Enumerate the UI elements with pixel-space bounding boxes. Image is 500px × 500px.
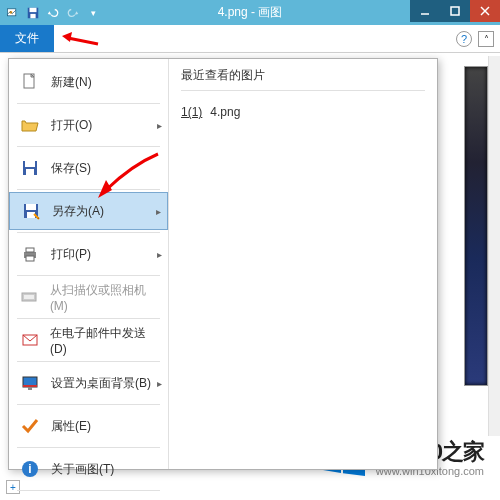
separator	[17, 447, 160, 448]
menu-new[interactable]: 新建(N)	[9, 63, 168, 101]
menu-exit[interactable]: 退出(X)	[9, 493, 168, 500]
maximize-button[interactable]	[440, 0, 470, 22]
svg-rect-12	[26, 169, 34, 175]
menu-label: 保存(S)	[51, 160, 91, 177]
svg-rect-18	[26, 256, 34, 261]
chevron-right-icon: ▸	[157, 249, 162, 260]
undo-icon[interactable]	[46, 6, 60, 20]
svg-rect-14	[26, 204, 36, 210]
chevron-right-icon: ▸	[156, 206, 161, 217]
recent-header: 最近查看的图片	[181, 67, 425, 91]
help-button[interactable]: ?	[456, 31, 472, 47]
menu-about[interactable]: i 关于画图(T)	[9, 450, 168, 488]
save-icon[interactable]	[26, 6, 40, 20]
menu-print[interactable]: 打印(P) ▸	[9, 235, 168, 273]
folder-open-icon	[19, 114, 41, 136]
chevron-right-icon: ▸	[157, 378, 162, 389]
separator	[17, 275, 160, 276]
chevron-right-icon: ▸	[157, 120, 162, 131]
file-tab[interactable]: 文件	[0, 25, 54, 52]
menu-label: 打开(O)	[51, 117, 92, 134]
menu-send-email[interactable]: 在电子邮件中发送(D)	[9, 321, 168, 359]
svg-rect-11	[25, 161, 35, 167]
separator	[17, 404, 160, 405]
recent-files-pane: 最近查看的图片 1(1) 4.png	[169, 59, 437, 469]
separator	[17, 146, 160, 147]
app-icon[interactable]	[6, 6, 20, 20]
recent-filename: 4.png	[210, 105, 240, 119]
menu-label: 新建(N)	[51, 74, 92, 91]
canvas-preview	[464, 66, 488, 386]
window-controls	[410, 0, 500, 22]
separator	[17, 361, 160, 362]
window-title: 4.png - 画图	[218, 4, 283, 21]
file-menu-list: 新建(N) 打开(O) ▸ 保存(S) 另存为(A) ▸ 打印(P) ▸ 从扫描…	[9, 59, 169, 469]
desktop-icon	[19, 372, 41, 394]
close-button[interactable]	[470, 0, 500, 22]
svg-rect-20	[24, 295, 34, 299]
svg-text:i: i	[28, 462, 31, 476]
annotation-arrow-icon	[92, 150, 162, 204]
menu-label: 另存为(A)	[52, 203, 104, 220]
collapse-ribbon-button[interactable]: ˄	[478, 31, 494, 47]
info-icon: i	[19, 458, 41, 480]
menu-label: 属性(E)	[51, 418, 91, 435]
minimize-button[interactable]	[410, 0, 440, 22]
svg-rect-6	[451, 7, 459, 15]
menu-label: 从扫描仪或照相机(M)	[50, 282, 158, 313]
svg-rect-3	[30, 7, 37, 11]
separator	[17, 232, 160, 233]
menu-label: 打印(P)	[51, 246, 91, 263]
menu-open[interactable]: 打开(O) ▸	[9, 106, 168, 144]
qat-dropdown-icon[interactable]: ▾	[86, 6, 100, 20]
svg-rect-24	[28, 387, 32, 390]
svg-rect-17	[26, 248, 34, 252]
vertical-scrollbar[interactable]	[488, 56, 500, 436]
save-as-icon	[20, 200, 42, 222]
separator	[17, 103, 160, 104]
file-menu-panel: 新建(N) 打开(O) ▸ 保存(S) 另存为(A) ▸ 打印(P) ▸ 从扫描…	[8, 58, 438, 470]
menu-label: 关于画图(T)	[51, 461, 114, 478]
new-file-icon	[19, 71, 41, 93]
recent-file-item[interactable]: 1(1) 4.png	[181, 101, 425, 123]
recent-index: 1(1)	[181, 105, 202, 119]
quick-access-toolbar: ▾	[0, 6, 100, 20]
title-bar: ▾ 4.png - 画图	[0, 0, 500, 25]
save-icon	[19, 157, 41, 179]
redo-icon[interactable]	[66, 6, 80, 20]
svg-rect-23	[23, 385, 37, 387]
menu-label: 设置为桌面背景(B)	[51, 375, 151, 392]
menu-from-scanner[interactable]: 从扫描仪或照相机(M)	[9, 278, 168, 316]
checkmark-icon	[19, 415, 41, 437]
menu-set-wallpaper[interactable]: 设置为桌面背景(B) ▸	[9, 364, 168, 402]
svg-rect-4	[30, 13, 35, 17]
menu-properties[interactable]: 属性(E)	[9, 407, 168, 445]
printer-icon	[19, 243, 41, 265]
separator	[17, 318, 160, 319]
menu-label: 在电子邮件中发送(D)	[50, 325, 158, 356]
separator	[17, 490, 160, 491]
annotation-arrow-icon	[60, 30, 100, 54]
email-icon	[19, 329, 40, 351]
scanner-icon	[19, 286, 40, 308]
